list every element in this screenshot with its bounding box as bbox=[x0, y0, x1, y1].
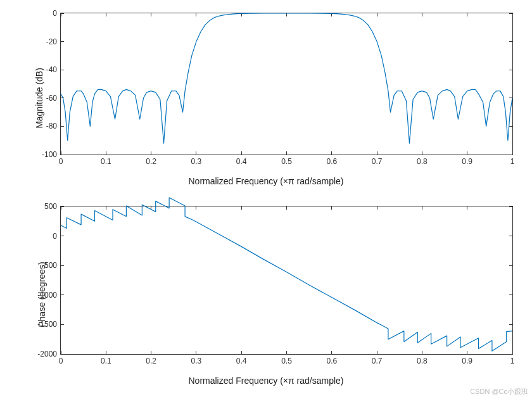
ytick-label: -40 bbox=[46, 65, 61, 74]
plot-area-phase: -2000-1500-1000-500050000.10.20.30.40.50… bbox=[60, 206, 513, 355]
xtick-label: 0.5 bbox=[281, 155, 292, 166]
series-magnitude bbox=[61, 13, 512, 155]
xtick-label: 1 bbox=[510, 155, 515, 166]
xtick-label: 0.4 bbox=[236, 155, 247, 166]
xtick-label: 0.1 bbox=[101, 155, 111, 166]
xtick-label: 1 bbox=[510, 354, 515, 365]
ytick-label: 0 bbox=[53, 232, 61, 241]
xtick-label: 0 bbox=[59, 354, 63, 365]
xtick-label: 0.8 bbox=[417, 354, 428, 365]
xtick-label: 0.9 bbox=[462, 155, 472, 166]
xtick-label: 0.3 bbox=[191, 354, 202, 365]
xtick-label: 0 bbox=[59, 155, 63, 166]
watermark: CSDN @Cc小跟班 bbox=[470, 387, 528, 396]
xtick-label: 0.5 bbox=[281, 354, 292, 365]
xtick-label: 0.1 bbox=[101, 354, 111, 365]
xtick-label: 0.2 bbox=[146, 354, 156, 365]
ytick-label: -100 bbox=[42, 150, 61, 159]
xtick-label: 0.3 bbox=[191, 155, 202, 166]
xlabel-magnitude: Normalized Frequency (×π rad/sample) bbox=[188, 176, 343, 186]
ylabel-magnitude: Magnitude (dB) bbox=[34, 68, 44, 129]
ytick-label: -20 bbox=[46, 37, 61, 46]
xtick-label: 0.7 bbox=[372, 354, 383, 365]
xlabel-phase: Normalized Frequency (×π rad/sample) bbox=[188, 376, 343, 386]
series-phase bbox=[61, 206, 512, 354]
ytick-label: -80 bbox=[46, 122, 61, 130]
xtick-label: 0.2 bbox=[146, 155, 156, 166]
plot-area-magnitude: -100-80-60-40-20000.10.20.30.40.50.60.70… bbox=[60, 13, 513, 155]
axes-phase: -2000-1500-1000-500050000.10.20.30.40.50… bbox=[0, 200, 532, 390]
axes-magnitude: -100-80-60-40-20000.10.20.30.40.50.60.70… bbox=[0, 6, 532, 190]
xtick-label: 0.6 bbox=[326, 354, 337, 365]
xtick-label: 0.8 bbox=[417, 155, 428, 166]
xtick-label: 0.4 bbox=[236, 354, 247, 365]
xtick-label: 0.9 bbox=[462, 354, 472, 365]
ylabel-phase: Phase (degrees) bbox=[37, 262, 47, 327]
figure: -100-80-60-40-20000.10.20.30.40.50.60.70… bbox=[0, 0, 532, 399]
xtick-label: 0.6 bbox=[326, 155, 337, 166]
ytick-label: 0 bbox=[53, 9, 61, 18]
ytick-label: -60 bbox=[46, 94, 61, 103]
ytick-label: 500 bbox=[44, 202, 61, 211]
xtick-label: 0.7 bbox=[372, 155, 383, 166]
ytick-label: -2000 bbox=[37, 350, 61, 358]
